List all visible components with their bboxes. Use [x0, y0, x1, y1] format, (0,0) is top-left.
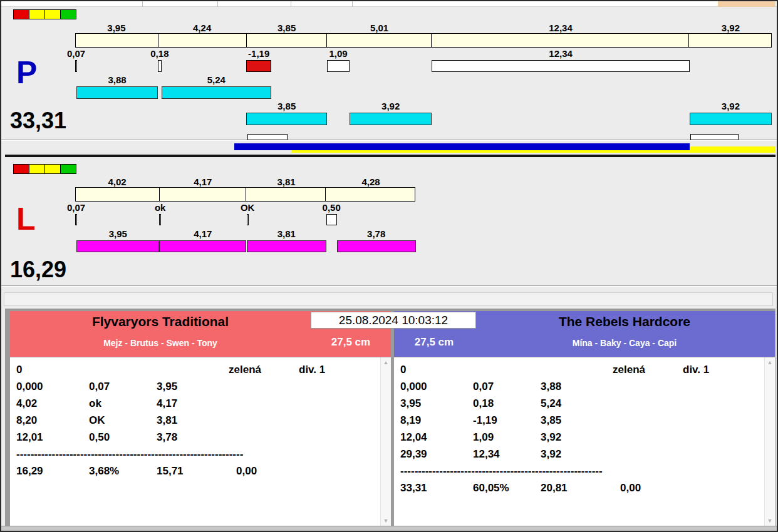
- table-cell: 12,01: [16, 431, 43, 444]
- table-cell: 3,88: [541, 381, 561, 393]
- ruler-segment: [247, 34, 327, 47]
- offset-value-label: -1,19: [231, 48, 287, 59]
- table-cell: 29,39: [400, 448, 427, 461]
- table-cell: OK: [89, 414, 105, 427]
- throw-value-label: 3,92: [350, 101, 432, 111]
- ruler-segment: [158, 34, 247, 47]
- table-cell: 0,18: [473, 397, 494, 410]
- offset-marker: [159, 214, 161, 225]
- offset-value-label: ok: [132, 202, 189, 213]
- lane-total: 33,31: [10, 110, 66, 132]
- ruler-segment: [326, 188, 415, 201]
- scroll-down-icon[interactable]: ▼: [381, 518, 391, 524]
- table-cell: div. 1: [683, 364, 709, 376]
- table-cell: 33,31: [400, 482, 427, 494]
- lane-separator: [5, 155, 775, 157]
- table-row: 0,0000,073,88: [394, 381, 764, 397]
- scrollbar[interactable]: ▲ ▼: [380, 357, 391, 526]
- offset-marker: [326, 214, 337, 225]
- segment-value-label: 5,01: [327, 23, 432, 33]
- table-row: ----------------------------------------…: [10, 448, 380, 465]
- scroll-down-icon[interactable]: ▼: [765, 518, 775, 524]
- table-cell: 5,24: [541, 397, 561, 410]
- table-cell: 8,19: [400, 414, 421, 427]
- traffic-light-cell: [29, 9, 45, 19]
- throw-value-label: 3,95: [76, 228, 159, 239]
- offset-marker: [432, 60, 690, 72]
- offset-marker: [158, 60, 162, 72]
- offset-value-label: 0,50: [303, 202, 360, 213]
- table-row: 0,0000,073,95: [10, 381, 380, 397]
- table-cell: 16,29: [16, 465, 43, 478]
- ruler-segment: [327, 34, 432, 47]
- offset-value-label: 0,18: [132, 48, 188, 59]
- table-row: 0zelenádiv. 1: [394, 364, 764, 381]
- throw-value-label: 3,85: [246, 101, 327, 111]
- divider: [1, 140, 777, 141]
- segment-value-label: 12,34: [432, 23, 690, 33]
- lane-panel-l: L 16,29 4,024,173,814,280,07okOK0,503,95…: [1, 158, 777, 307]
- scroll-up-icon[interactable]: ▲: [381, 359, 391, 366]
- marker-box: [247, 134, 288, 140]
- table-row: 16,293,68%15,710,00: [10, 465, 380, 482]
- table-cell: -1,19: [473, 414, 497, 427]
- ruler-segment: [246, 188, 326, 201]
- throw-bar: [76, 86, 158, 99]
- table-cell: 0: [16, 364, 22, 376]
- measure-ruler: [75, 187, 415, 202]
- table-row: 12,010,503,78: [10, 431, 380, 448]
- offset-value-label: 0,07: [48, 48, 105, 59]
- segment-value-label: 3,81: [246, 176, 326, 187]
- table-cell: 0,00: [620, 482, 641, 494]
- traffic-light-cell: [60, 164, 76, 174]
- throw-value-label: 5,24: [162, 74, 271, 85]
- tab-divider: [352, 1, 353, 7]
- table-cell: 3,92: [541, 431, 561, 444]
- offset-marker: [75, 214, 77, 225]
- table-row: 3,950,185,24: [394, 397, 764, 414]
- offset-value-label: 12,34: [532, 48, 589, 59]
- offset-value-label: 1,09: [310, 48, 366, 59]
- table-cell: 60,05%: [473, 482, 509, 494]
- scroll-up-icon[interactable]: ▲: [765, 359, 775, 366]
- table-cell: 4,02: [16, 397, 37, 410]
- offset-value-label: OK: [219, 202, 276, 213]
- tab-divider: [142, 1, 143, 7]
- team-score-panel-left: 0zelenádiv. 10,0000,073,954,02ok4,178,20…: [10, 357, 391, 526]
- segment-value-label: 3,92: [690, 23, 772, 33]
- team-score-panel-right: 0zelenádiv. 10,0000,073,883,950,185,248,…: [394, 357, 775, 526]
- scrollbar[interactable]: ▲ ▼: [764, 357, 775, 526]
- progress-bar-blue: [234, 143, 690, 150]
- throw-bar: [246, 113, 327, 125]
- offset-marker: [75, 60, 77, 72]
- score-table: 0zelenádiv. 10,0000,073,954,02ok4,178,20…: [10, 364, 380, 482]
- throw-bar: [162, 86, 271, 99]
- table-row: ----------------------------------------…: [394, 465, 764, 482]
- table-cell: zelená: [613, 364, 645, 376]
- table-cell: 0,00: [236, 465, 257, 478]
- traffic-light-cell: [60, 9, 76, 19]
- table-row: 4,02ok4,17: [10, 397, 380, 414]
- datetime-display: 25.08.2024 10:03:12: [311, 312, 476, 329]
- table-cell: zelená: [229, 364, 261, 376]
- throw-bar: [159, 240, 246, 252]
- throw-value-label: 4,17: [159, 228, 246, 239]
- table-cell: ----------------------------------------…: [400, 465, 603, 478]
- throw-value-label: 3,92: [690, 101, 772, 111]
- lane-letter: L: [16, 203, 36, 235]
- traffic-light-cell: [44, 164, 61, 174]
- team-name: The Rebels Hardcore: [474, 314, 775, 329]
- table-cell: 8,20: [16, 414, 37, 427]
- table-cell: 3,81: [157, 414, 177, 427]
- segment-value-label: 3,85: [246, 23, 327, 33]
- marker-box: [690, 134, 739, 140]
- throw-value-label: 3,81: [247, 228, 326, 239]
- table-cell: 0,000: [16, 381, 43, 393]
- traffic-light-cell: [44, 9, 61, 19]
- tab-divider: [291, 1, 291, 7]
- offset-marker: [327, 60, 350, 72]
- traffic-light: [14, 164, 76, 174]
- segment-value-label: 3,95: [75, 23, 158, 33]
- throw-value-label: 3,78: [337, 228, 416, 239]
- window-top-strip: [1, 1, 777, 7]
